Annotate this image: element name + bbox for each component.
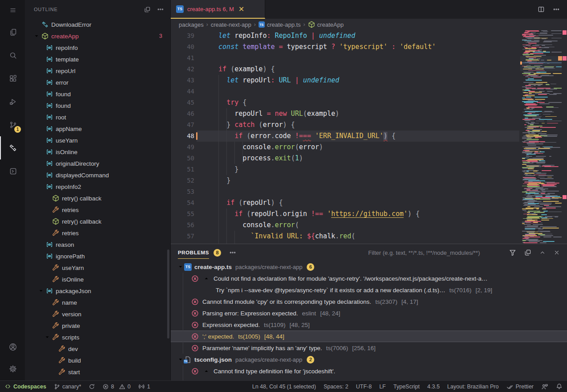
status-forwarded-ports[interactable]: 1 — [138, 383, 150, 390]
outline-item-root[interactable]: root — [25, 111, 170, 123]
code-line-48[interactable]: 48 if (error.code !=== 'ERR_INVALID_URL'… — [171, 131, 519, 142]
code-line-57[interactable]: 57 `Invalid URL: ${chalk.red( — [171, 231, 519, 242]
maximize-panel-icon[interactable] — [539, 249, 546, 256]
code-line-39[interactable]: 39 let repoInfo: RepoInfo | undefined — [171, 30, 519, 41]
tab-create-app-ts[interactable]: TS create-app.ts 6, M ✕ — [171, 0, 265, 19]
status-eol[interactable]: LF — [379, 384, 386, 390]
status-sync[interactable] — [89, 384, 95, 390]
activitybar-extensions[interactable] — [0, 67, 25, 90]
problems-row[interactable]: Parsing error: Expression expected.eslin… — [171, 307, 567, 319]
outline-item-downloaderror[interactable]: DownloadError — [25, 19, 170, 30]
status-ts-version[interactable]: 4.3.5 — [427, 384, 440, 390]
outline-item-retries[interactable]: retries — [25, 227, 170, 239]
more-actions-icon[interactable] — [157, 6, 164, 13]
status-git-branch[interactable]: canary* — [54, 384, 81, 390]
outline-item-ignorepath[interactable]: ignorePath — [25, 250, 170, 262]
code-line-55[interactable]: 55 if (repoUrl.origin !== 'https://githu… — [171, 208, 519, 220]
collapse-all-icon[interactable] — [144, 6, 151, 13]
activitybar-account[interactable] — [0, 337, 25, 357]
outline-item-isonline[interactable]: isOnline — [25, 146, 170, 158]
tab-problems[interactable]: PROBLEMS — [178, 244, 209, 261]
outline-item-repoinfo2[interactable]: repoInfo2 — [25, 181, 170, 192]
code-line-42[interactable]: 42 if (example) { — [171, 64, 519, 75]
breadcrumb-item[interactable]: create-next-app — [211, 21, 251, 28]
chevron-down-icon[interactable] — [32, 33, 41, 39]
collapse-related-icon[interactable] — [203, 275, 210, 282]
outline-item-private[interactable]: private — [25, 320, 170, 331]
problems-row[interactable]: Try `npm i --save-dev @types/async-retry… — [171, 284, 567, 296]
code-line-41[interactable]: 41 — [171, 53, 519, 64]
breadcrumb-item[interactable]: packages — [179, 21, 204, 28]
code-line-47[interactable]: 47 } catch (error) { — [171, 119, 519, 131]
code-line-45[interactable]: 45 try { — [171, 97, 519, 108]
activitybar-menu[interactable] — [0, 0, 25, 20]
code-line-58[interactable]: 58 `"${example}"` — [171, 242, 519, 244]
problems-row[interactable]: ';' expected.ts(1005)[48, 44] — [171, 331, 567, 342]
sidebar-scrollbar[interactable] — [167, 249, 169, 339]
split-editor-icon[interactable] — [538, 6, 545, 13]
chevron-down-icon[interactable] — [43, 334, 52, 340]
problems-row[interactable]: The file is in the program because: — [171, 377, 567, 380]
activitybar-run-and-debug[interactable] — [0, 90, 25, 113]
outline-item-originaldirectory[interactable]: originalDirectory — [25, 158, 170, 169]
problems-filter-input[interactable] — [368, 249, 502, 256]
activitybar-symbols[interactable] — [0, 136, 25, 159]
code-line-54[interactable]: 54 if (repoUrl) { — [171, 197, 519, 208]
code-line-52[interactable]: 52 } — [171, 175, 519, 186]
outline-item-retry-callback[interactable]: retry() callback — [25, 216, 170, 227]
more-actions-icon[interactable] — [553, 6, 560, 13]
activitybar-source-control[interactable]: 1 — [0, 113, 25, 136]
status-feedback[interactable] — [541, 383, 548, 390]
code-line-44[interactable]: 44 — [171, 86, 519, 97]
outline-item-build[interactable]: build — [25, 355, 170, 366]
problems-row[interactable]: Expression expected.ts(1109)[48, 25] — [171, 319, 567, 331]
collapse-related-icon[interactable] — [203, 368, 210, 374]
outline-item-retries[interactable]: retries — [25, 204, 170, 216]
code-line-53[interactable]: 53 — [171, 186, 519, 197]
breadcrumb-item[interactable]: TScreate-app.ts — [259, 21, 301, 28]
problems-row[interactable]: Parameter 'name' implicitly has an 'any'… — [171, 342, 567, 354]
status-indentation[interactable]: Spaces: 2 — [324, 384, 349, 390]
close-panel-icon[interactable] — [554, 249, 560, 256]
chevron-down-icon[interactable] — [177, 264, 184, 270]
outline-item-packagejson[interactable]: packageJson — [25, 285, 170, 297]
outline-item-template[interactable]: template — [25, 53, 170, 65]
problems-row[interactable]: Cannot find module 'cpy' or its correspo… — [171, 296, 567, 307]
outline-item-appname[interactable]: appName — [25, 123, 170, 135]
outline-item-useyarn[interactable]: useYarn — [25, 262, 170, 274]
status-notifications[interactable] — [556, 383, 563, 390]
group-by-icon[interactable] — [524, 249, 531, 256]
code-line-51[interactable]: 51 } — [171, 164, 519, 175]
problems-file-row[interactable]: TScreate-app.tspackages/create-next-app6 — [171, 261, 567, 273]
status-keyboard-layout[interactable]: Layout: Brazilian Pro — [447, 384, 498, 390]
outline-item-start[interactable]: start — [25, 366, 170, 378]
status-language-mode[interactable]: TypeScript — [393, 384, 419, 390]
outline-item-reason[interactable]: reason — [25, 239, 170, 250]
outline-item-found[interactable]: found — [25, 100, 170, 111]
minimap[interactable] — [520, 30, 562, 244]
more-panels-icon[interactable] — [229, 249, 236, 256]
outline-item-name[interactable]: name — [25, 297, 170, 308]
problems-row[interactable]: Cannot find type definition file for 'js… — [171, 365, 567, 377]
problems-row[interactable]: Could not find a declaration file for mo… — [171, 273, 567, 284]
code-line-49[interactable]: 49 console.error(error) — [171, 142, 519, 153]
status-problems-summary[interactable]: 80 — [103, 384, 131, 390]
outline-item-displayedcommand[interactable]: displayedCommand — [25, 169, 170, 181]
activitybar-settings[interactable] — [0, 357, 25, 380]
chevron-down-icon[interactable] — [37, 288, 45, 294]
chevron-down-icon[interactable] — [177, 356, 184, 363]
status-cursor-position[interactable]: Ln 48, Col 45 (1 selected) — [252, 384, 316, 390]
outline-item-error[interactable]: error — [25, 77, 170, 88]
code-line-40[interactable]: 40 const template = typescript ? 'typesc… — [171, 41, 519, 53]
activitybar-search[interactable] — [0, 44, 25, 67]
code-line-56[interactable]: 56 console.error( — [171, 220, 519, 231]
outline-item-isonline[interactable]: isOnline — [25, 274, 170, 285]
breadcrumb-item[interactable]: createApp — [308, 21, 344, 28]
outline-item-dev[interactable]: dev — [25, 343, 170, 355]
code-line-43[interactable]: 43 let repoUrl: URL | undefined — [171, 75, 519, 86]
outline-item-found[interactable]: found — [25, 88, 170, 100]
status-remote-codespaces[interactable]: Codespaces — [4, 383, 46, 390]
code-editor[interactable]: 39 let repoInfo: RepoInfo | undefined40 … — [171, 30, 567, 244]
outline-item-repoinfo[interactable]: repoInfo — [25, 42, 170, 53]
problems-file-row[interactable]: TStsconfig.jsonpackages/create-next-app2 — [171, 354, 567, 365]
